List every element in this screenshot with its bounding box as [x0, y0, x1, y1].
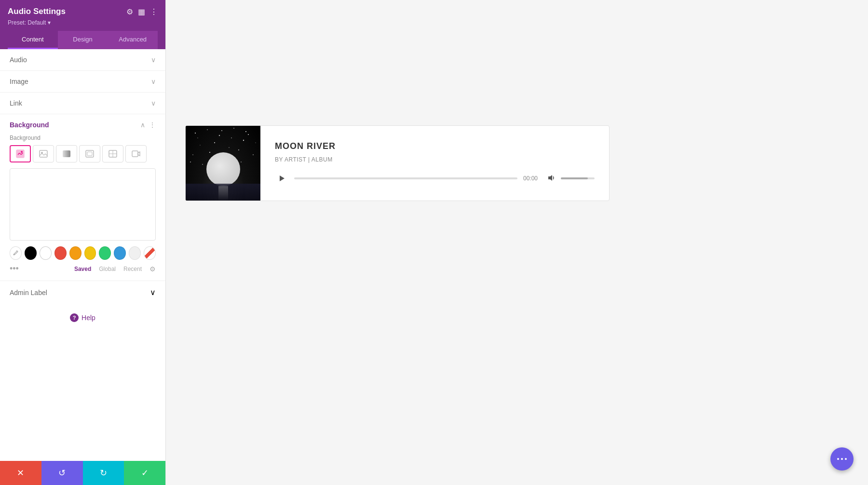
columns-icon[interactable]: ▦: [138, 7, 145, 16]
bg-type-image[interactable]: [33, 145, 54, 162]
fab-button[interactable]: [830, 447, 854, 471]
eyedropper-tool[interactable]: [10, 246, 22, 260]
svg-point-29: [221, 130, 222, 131]
undo-button[interactable]: ↺: [41, 461, 83, 485]
play-icon: [278, 175, 285, 182]
video-icon: [131, 149, 141, 159]
svg-marker-35: [280, 175, 285, 181]
swatch-light[interactable]: [129, 246, 141, 260]
radial-gradient-icon: [85, 149, 95, 159]
water: [186, 184, 260, 201]
panel-header-top: Audio Settings ⚙ ▦ ⋮: [8, 7, 158, 16]
save-button[interactable]: ✓: [124, 461, 165, 485]
tab-advanced[interactable]: Advanced: [108, 31, 158, 49]
admin-label-text: Admin Label: [10, 289, 47, 296]
bg-type-color[interactable]: [10, 145, 31, 162]
more-icon[interactable]: ⋮: [150, 7, 158, 16]
swatch-black[interactable]: [25, 246, 37, 260]
gradient-icon: [62, 149, 71, 159]
svg-rect-10: [132, 151, 138, 157]
svg-point-16: [248, 134, 249, 135]
image-section[interactable]: Image ∨: [0, 71, 165, 93]
svg-point-15: [233, 128, 234, 129]
audio-section[interactable]: Audio ∨: [0, 49, 165, 71]
color-fill-icon: [15, 149, 25, 159]
svg-point-25: [253, 154, 254, 155]
background-chevron-up[interactable]: ∧: [140, 121, 145, 129]
audio-chevron: ∨: [151, 56, 156, 64]
progress-bar[interactable]: [294, 177, 517, 179]
volume-slider[interactable]: [561, 177, 595, 179]
settings-panel: Audio Settings ⚙ ▦ ⋮ Preset: Default ▾ C…: [0, 0, 166, 485]
play-button[interactable]: [275, 172, 288, 185]
svg-point-39: [845, 458, 847, 460]
link-section[interactable]: Link ∨: [0, 93, 165, 114]
svg-point-38: [841, 458, 843, 460]
bg-type-gradient1[interactable]: [56, 145, 77, 162]
player-controls: 00:00: [275, 172, 595, 185]
swatch-green[interactable]: [99, 246, 111, 260]
time-display: 00:00: [523, 175, 542, 182]
eyedropper-icon: [12, 250, 19, 256]
redo-button[interactable]: ↻: [83, 461, 124, 485]
swatch-blue[interactable]: [114, 246, 126, 260]
svg-point-37: [837, 458, 839, 460]
svg-rect-5: [86, 150, 94, 157]
settings-icon[interactable]: ⚙: [126, 7, 133, 16]
song-title: MOON RIVER: [275, 141, 595, 151]
color-preview-box[interactable]: [10, 168, 156, 241]
link-label: Link: [10, 99, 22, 107]
svg-marker-36: [548, 175, 552, 181]
bottom-bar: ✕ ↺ ↻ ✓: [0, 461, 165, 485]
svg-point-19: [229, 147, 230, 148]
panel-header-icons: ⚙ ▦ ⋮: [126, 7, 158, 16]
color-tab-saved[interactable]: Saved: [74, 266, 91, 272]
help-label: Help: [81, 314, 95, 322]
svg-point-32: [255, 142, 256, 143]
color-tab-recent[interactable]: Recent: [123, 266, 142, 272]
svg-point-34: [241, 162, 242, 162]
svg-rect-2: [40, 150, 47, 157]
main-content: MOON RIVER BY ARTIST | ALBUM 00:00: [166, 0, 868, 485]
bg-label: Background: [10, 135, 156, 141]
svg-point-14: [219, 135, 220, 136]
audio-player-card: MOON RIVER BY ARTIST | ALBUM 00:00: [185, 125, 610, 201]
image-label: Image: [10, 78, 28, 85]
admin-label-section[interactable]: Admin Label ∨: [0, 281, 165, 304]
preset-label[interactable]: Preset: Default ▾: [8, 19, 158, 26]
background-more[interactable]: ⋮: [149, 121, 156, 129]
dots-icon: [837, 458, 847, 460]
swatch-red[interactable]: [54, 246, 67, 260]
player-info: MOON RIVER BY ARTIST | ALBUM 00:00: [260, 132, 609, 195]
tab-design[interactable]: Design: [58, 31, 108, 49]
link-chevron: ∨: [151, 99, 156, 107]
panel-body: Audio ∨ Image ∨ Link ∨ Background ∧ ⋮ Ba…: [0, 49, 165, 461]
water-reflection: [218, 186, 228, 201]
color-tab-global[interactable]: Global: [99, 266, 116, 272]
color-tabs-row: ••• Saved Global Recent ⚙: [10, 264, 156, 274]
svg-point-31: [245, 131, 246, 132]
swatch-yellow[interactable]: [84, 246, 96, 260]
svg-point-18: [214, 142, 215, 143]
bg-type-pattern[interactable]: [102, 145, 123, 162]
color-swatches: [10, 246, 156, 260]
svg-point-1: [21, 151, 23, 153]
svg-point-17: [200, 145, 200, 145]
swatch-orange[interactable]: [69, 246, 81, 260]
song-meta: BY ARTIST | ALBUM: [275, 156, 595, 163]
tab-content[interactable]: Content: [8, 31, 58, 49]
panel-title: Audio Settings: [8, 7, 66, 16]
color-settings-icon[interactable]: ⚙: [149, 265, 156, 273]
help-row[interactable]: ? Help: [0, 304, 165, 332]
pattern-icon: [108, 149, 118, 159]
bg-type-video[interactable]: [125, 145, 147, 162]
background-section-title: Background: [10, 121, 49, 129]
svg-point-30: [231, 137, 232, 138]
swatch-eraser[interactable]: [144, 246, 156, 260]
bg-type-gradient2[interactable]: [79, 145, 100, 162]
more-dots[interactable]: •••: [10, 264, 19, 274]
close-button[interactable]: ✕: [0, 461, 41, 485]
swatch-white[interactable]: [40, 246, 52, 260]
svg-point-12: [195, 133, 196, 134]
volume-icon[interactable]: [547, 174, 555, 183]
